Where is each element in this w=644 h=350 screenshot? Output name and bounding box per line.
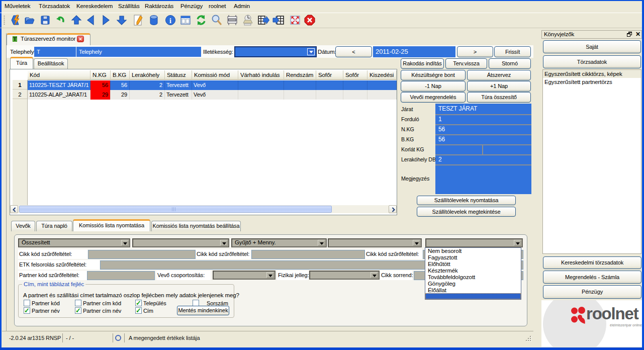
svg-text:i: i [169,17,171,25]
